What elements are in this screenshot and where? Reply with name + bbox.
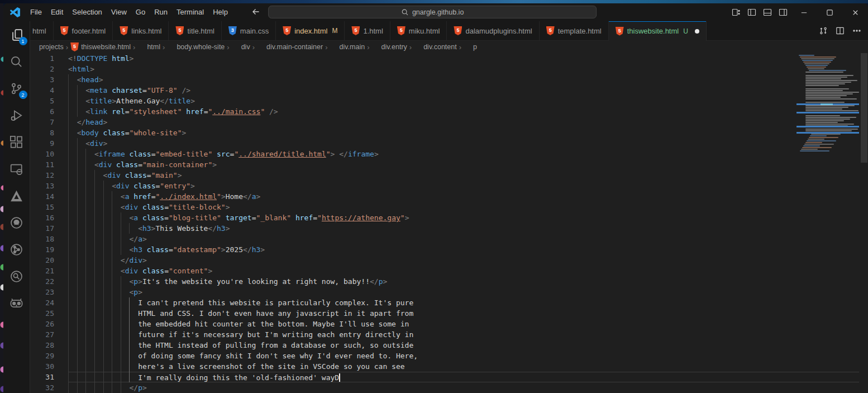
line-number[interactable]: 28 xyxy=(30,340,68,351)
line-content[interactable]: <div class="title-block"> xyxy=(68,202,859,212)
line-number[interactable]: 11 xyxy=(30,159,68,170)
unsaved-dot[interactable] xyxy=(695,29,699,34)
line-number[interactable]: 22 xyxy=(30,276,68,287)
line-number[interactable]: 3 xyxy=(30,74,68,85)
line-content[interactable]: </div> xyxy=(68,255,859,266)
line-number[interactable]: 14 xyxy=(30,191,68,202)
toggle-primary-sidebar-button[interactable] xyxy=(744,5,760,20)
toggle-secondary-sidebar-button[interactable] xyxy=(775,5,791,20)
line-content[interactable]: <html> xyxy=(68,64,859,74)
tab-dalamudplugins.html[interactable]: 5dalamudplugins.html xyxy=(447,21,539,40)
menu-help[interactable]: Help xyxy=(208,6,232,18)
breadcrumb-item[interactable]: div.entry xyxy=(372,43,407,51)
minimap[interactable] xyxy=(797,55,859,393)
line-content[interactable]: <a href="../index.html">Home</a> xyxy=(68,191,859,202)
line-content[interactable]: <head> xyxy=(68,74,859,85)
line-content[interactable]: </head> xyxy=(68,117,859,127)
tab-thiswebsite.html[interactable]: 5thiswebsite.htmlU xyxy=(609,21,707,41)
line-content[interactable]: I can't pretend this website is particul… xyxy=(68,297,859,308)
tab-footer.html[interactable]: 5footer.html xyxy=(54,21,113,40)
breadcrumb-item[interactable]: div xyxy=(232,43,250,51)
line-content[interactable]: <div> xyxy=(68,138,859,149)
line-number[interactable]: 7 xyxy=(30,117,68,127)
breadcrumb-item[interactable]: html xyxy=(137,43,160,51)
activitybar-source-control[interactable]: 2 xyxy=(3,75,30,102)
activitybar-search[interactable] xyxy=(3,48,30,75)
line-content[interactable]: <div class="entry"> xyxy=(68,181,859,191)
line-number[interactable]: 21 xyxy=(30,266,68,276)
line-content[interactable]: <a class="blog-title" target="_blank" hr… xyxy=(68,212,859,223)
line-number[interactable]: 1 xyxy=(30,53,68,64)
line-number[interactable]: 24 xyxy=(30,297,68,308)
editor-scrollbar[interactable] xyxy=(860,53,868,393)
activitybar-a-extension[interactable] xyxy=(3,182,30,209)
split-editor-button[interactable] xyxy=(836,26,845,35)
line-number[interactable]: 18 xyxy=(30,234,68,244)
menu-go[interactable]: Go xyxy=(131,6,150,18)
line-number[interactable]: 15 xyxy=(30,202,68,212)
activitybar-remote-explorer[interactable] xyxy=(3,155,30,182)
line-content[interactable]: <p>It's the website you're looking at ri… xyxy=(68,276,859,287)
scrollbar-thumb[interactable] xyxy=(861,53,867,163)
line-content[interactable]: of doing some fancy shit I don't see why… xyxy=(68,351,859,361)
line-number[interactable]: 27 xyxy=(30,329,68,340)
minimize-button[interactable] xyxy=(791,3,817,21)
line-number[interactable]: 31 xyxy=(30,372,68,382)
line-content[interactable]: <div class="main-container"> xyxy=(68,159,859,170)
history-back-button[interactable] xyxy=(251,7,260,18)
tab-main.css[interactable]: 3main.css xyxy=(222,21,276,40)
line-content[interactable]: the HTML instead of pulling from a datab… xyxy=(68,340,859,351)
breadcrumb-item[interactable]: p xyxy=(464,43,477,51)
close-button[interactable] xyxy=(842,3,868,21)
line-content[interactable]: <div class="content"> xyxy=(68,266,859,276)
line-number[interactable]: 30 xyxy=(30,361,68,372)
menu-view[interactable]: View xyxy=(107,6,131,18)
line-number[interactable]: 25 xyxy=(30,308,68,319)
tab-title.html[interactable]: 5title.html xyxy=(169,21,221,40)
line-number[interactable]: 29 xyxy=(30,351,68,361)
line-content[interactable]: </a> xyxy=(68,234,859,244)
breadcrumb-item[interactable]: div.main-container xyxy=(257,43,323,51)
activitybar-github[interactable] xyxy=(3,209,30,236)
line-number[interactable]: 26 xyxy=(30,319,68,329)
breadcrumb-item[interactable]: div.main xyxy=(330,43,365,51)
line-content[interactable]: <link rel="stylesheet" href="../main.css… xyxy=(68,106,859,117)
line-number[interactable]: 5 xyxy=(30,96,68,106)
line-number[interactable]: 17 xyxy=(30,223,68,234)
line-content[interactable]: here's a live screenshot of the site in … xyxy=(68,361,859,372)
line-number[interactable]: 20 xyxy=(30,255,68,266)
line-content[interactable]: <div class="main"> xyxy=(68,170,859,181)
menu-selection[interactable]: Selection xyxy=(68,6,106,18)
customize-layout-button[interactable] xyxy=(728,5,744,20)
line-content[interactable]: <h3>This Website</h3> xyxy=(68,223,859,234)
tab-template.html[interactable]: 5template.html xyxy=(540,21,609,40)
line-number[interactable]: 19 xyxy=(30,244,68,255)
line-content[interactable]: <!DOCTYPE html> xyxy=(68,53,859,64)
line-content[interactable]: the embedded hit counter at the bottom. … xyxy=(68,319,859,329)
tab-links.html[interactable]: 5links.html xyxy=(113,21,169,40)
line-content[interactable]: <h3 class="datestamp">2025</h3> xyxy=(68,244,859,255)
activitybar-explorer[interactable]: 1 xyxy=(3,21,30,48)
line-number[interactable]: 9 xyxy=(30,138,68,149)
code-editor[interactable]: 1<!DOCTYPE html>2<html>3<head>4<meta cha… xyxy=(30,53,868,393)
breadcrumb-item[interactable]: body.whole-site xyxy=(167,43,225,51)
maximize-button[interactable] xyxy=(817,3,842,21)
activitybar-extensions[interactable] xyxy=(3,129,30,155)
activitybar-git-graph[interactable] xyxy=(3,236,30,263)
breadcrumb-item[interactable]: 5thiswebsite.html xyxy=(70,42,131,51)
line-content[interactable]: <meta charset="UTF-8" /> xyxy=(68,85,859,96)
activitybar-code-search[interactable] xyxy=(3,263,30,290)
line-content[interactable]: <p> xyxy=(68,287,859,297)
line-content[interactable]: HTML and CSS. I don't even have any java… xyxy=(68,308,859,319)
breadcrumb-item[interactable]: div.content xyxy=(414,43,457,51)
line-content[interactable]: future if it's necessary but I'm writing… xyxy=(68,329,859,340)
tab-1.html[interactable]: 51.html xyxy=(345,21,390,40)
tab-html[interactable]: html xyxy=(30,21,54,40)
more-actions-button[interactable] xyxy=(852,26,861,35)
line-number[interactable]: 10 xyxy=(30,149,68,159)
menu-run[interactable]: Run xyxy=(150,6,172,18)
line-number[interactable]: 4 xyxy=(30,85,68,96)
line-number[interactable]: 6 xyxy=(30,106,68,117)
line-number[interactable]: 13 xyxy=(30,181,68,191)
line-number[interactable]: 8 xyxy=(30,127,68,138)
